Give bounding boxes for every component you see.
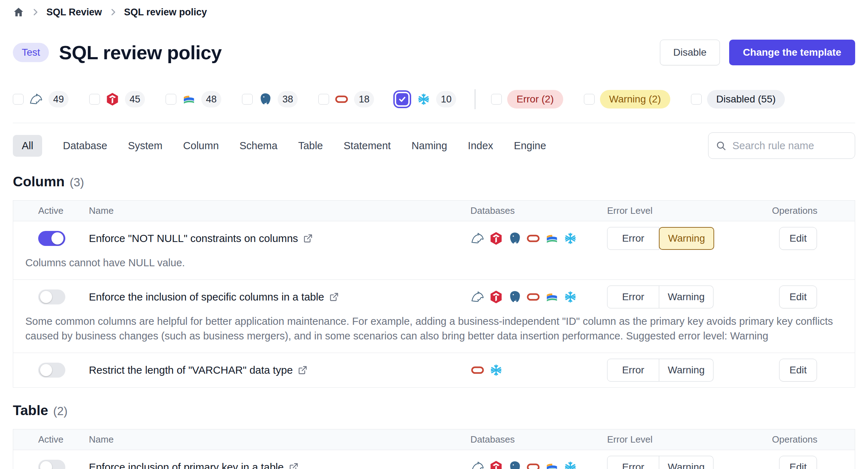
error-level-error-button[interactable]: Error [607,359,659,382]
column-header-active: Active [13,205,76,216]
snowflake-icon [563,231,577,246]
category-tabs-row: AllDatabaseSystemColumnSchemaTableStatem… [13,132,855,159]
engine-filter-tidb[interactable]: 45 [89,91,145,107]
error-level-cell: ErrorWarning [605,456,769,469]
engine-filter-checkbox-postgres[interactable] [242,94,253,105]
active-toggle[interactable] [38,363,65,378]
oracle-icon [526,460,540,469]
error-level-warning-button[interactable]: Warning [659,359,713,382]
section-title: Table [13,403,48,418]
tab-engine[interactable]: Engine [514,135,546,157]
error-level-segmented: ErrorWarning [607,227,714,250]
error-level-cell: ErrorWarning [605,227,769,250]
section-heading-column: Column(3) [13,174,855,190]
snowflake-icon [563,290,577,304]
active-toggle[interactable] [38,289,65,304]
error-level-error-button[interactable]: Error [607,456,659,469]
tab-index[interactable]: Index [468,135,493,157]
snowflake-icon [563,460,577,469]
mysql-icon [470,231,485,246]
breadcrumb-sql-review[interactable]: SQL Review [46,7,102,18]
tidb-icon [489,290,503,304]
databases-cell [468,231,605,246]
section-heading-table: Table(2) [13,403,855,418]
search-icon [716,140,727,151]
error-level-warning-button[interactable]: Warning [659,456,713,469]
level-filter-disabled[interactable]: Disabled (55) [691,90,785,109]
active-toggle[interactable] [38,460,65,469]
engine-filter-checkbox-tidb[interactable] [89,94,100,105]
column-header-error-level: Error Level [605,434,769,445]
column-header-databases: Databases [468,434,605,445]
engine-filter-oracle[interactable]: 18 [318,91,374,107]
engine-filter-count: 10 [436,91,456,107]
error-level-warning-button[interactable]: Warning [659,286,713,308]
active-cell [13,363,76,378]
external-link-icon[interactable] [329,292,339,302]
change-template-button[interactable]: Change the template [729,40,855,65]
column-header-name: Name [76,434,468,445]
edit-button[interactable]: Edit [779,227,817,250]
search-box[interactable] [708,132,855,159]
tab-schema[interactable]: Schema [239,135,277,157]
chevron-right-icon [108,7,118,17]
level-filter-warning[interactable]: Warning (2) [584,90,670,109]
external-link-icon[interactable] [289,462,299,469]
level-filter-checkbox-warning[interactable] [584,94,595,105]
search-input[interactable] [732,140,848,152]
postgres-icon [508,231,522,246]
external-link-icon[interactable] [303,233,313,243]
edit-button[interactable]: Edit [779,286,817,308]
tab-database[interactable]: Database [63,135,107,157]
oracle-icon [334,92,349,106]
engine-filter-mysql[interactable]: 49 [13,91,69,107]
level-filter-checkbox-disabled[interactable] [691,94,702,105]
snowflake-icon [417,92,431,106]
active-toggle[interactable] [38,231,65,246]
home-icon[interactable] [13,6,24,18]
table-row: Restrict the length of "VARCHAR" data ty… [13,353,855,387]
error-level-error-button[interactable]: Error [607,286,659,308]
tab-column[interactable]: Column [183,135,219,157]
table-row: Enforce the inclusion of specific column… [13,280,855,353]
column-header-active: Active [13,434,76,445]
engine-filter-checkbox-snowflake[interactable] [396,93,408,105]
error-level-error-button[interactable]: Error [607,227,659,250]
divider [13,123,855,123]
level-filter-error[interactable]: Error (2) [491,90,563,109]
oracle-icon [526,231,540,246]
error-level-segmented: ErrorWarning [607,359,713,382]
tab-system[interactable]: System [128,135,162,157]
engine-filter-postgres[interactable]: 38 [242,91,298,107]
edit-button[interactable]: Edit [779,359,817,382]
environment-badge: Test [13,43,49,62]
column-header-databases: Databases [468,205,605,216]
tab-statement[interactable]: Statement [344,135,391,157]
table-row: Enforce inclusion of primary key in a ta… [13,450,855,469]
engine-filter-checkbox-oceanbase[interactable] [166,94,176,105]
engine-filter-checkbox-mysql[interactable] [13,94,24,105]
error-level-warning-button[interactable]: Warning [659,227,714,250]
rule-name: Enforce "NOT NULL" constraints on column… [89,232,298,244]
level-filter-label: Error (2) [507,90,563,109]
name-cell: Enforce the inclusion of specific column… [76,291,468,303]
rule-name: Enforce the inclusion of specific column… [89,291,324,303]
breadcrumb-sql-review-policy[interactable]: SQL review policy [124,7,207,18]
tab-table[interactable]: Table [298,135,323,157]
tab-naming[interactable]: Naming [412,135,447,157]
column-header-name: Name [76,205,468,216]
engine-filter-snowflake[interactable]: 10 [395,91,456,107]
toggle-knob [40,291,52,303]
section-count: (2) [53,404,67,418]
engine-filter-oceanbase[interactable]: 48 [166,91,221,107]
level-filter-label: Disabled (55) [707,90,785,109]
external-link-icon[interactable] [298,365,308,375]
tidb-icon [489,460,503,469]
disable-button[interactable]: Disable [660,40,720,65]
active-cell [13,289,76,304]
engine-filter-checkbox-oracle[interactable] [318,94,329,105]
tab-all[interactable]: All [13,135,42,157]
edit-button[interactable]: Edit [779,456,817,469]
level-filter-checkbox-error[interactable] [491,94,502,105]
oceanbase-icon [545,460,559,469]
